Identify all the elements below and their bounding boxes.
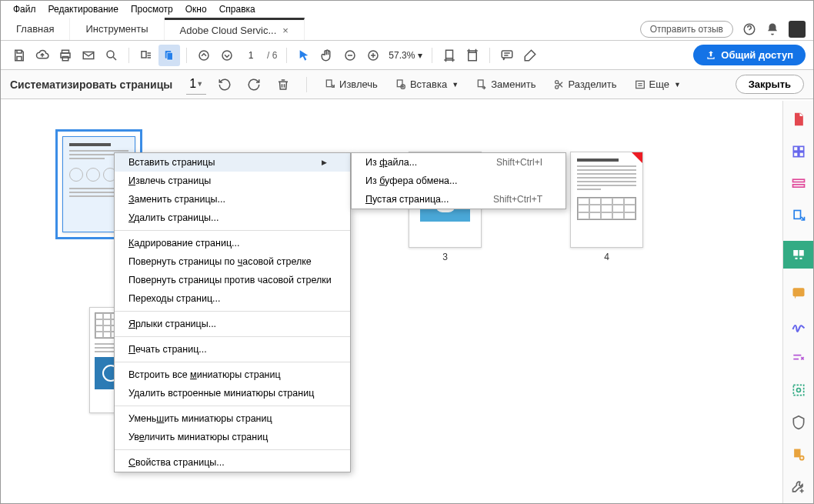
zoom-in-icon[interactable] [362,45,384,66]
ctx-extract-pages[interactable]: Извлечь страницы [115,172,350,190]
highlight-icon[interactable] [519,45,541,66]
menu-file[interactable]: Файл [7,2,42,17]
organize-toolbar: Систематизировать страницы 1 ▼ Извлечь В… [1,70,813,99]
tab-home[interactable]: Главная [1,18,70,40]
combine-icon[interactable] [791,209,806,224]
close-organize-button[interactable]: Закрыть [736,75,804,94]
ctx-delete-pages[interactable]: Удалить страницы... [115,209,350,227]
edit-pdf-icon[interactable] [791,176,806,192]
mail-icon[interactable] [78,45,99,66]
avatar[interactable] [789,21,806,38]
extract-button[interactable]: Извлечь [319,75,382,94]
redact-icon[interactable] [791,350,806,365]
ctx-reduce-thumbs[interactable]: Уменьшить миниатюры страниц [115,409,350,428]
svg-point-10 [222,51,232,60]
split-button[interactable]: Разделить [549,75,622,94]
ctx-crop-pages[interactable]: Кадрирование страниц... [115,234,350,252]
ctx-replace-pages[interactable]: Заменить страницы... [115,190,350,209]
page-down-icon[interactable] [216,45,238,66]
svg-rect-14 [468,52,476,61]
organize-pages-icon[interactable] [783,241,814,269]
fit-page-icon[interactable] [462,45,483,66]
svg-rect-31 [799,250,803,256]
zoom-out-icon[interactable] [339,45,361,66]
ctx-enlarge-thumbs[interactable]: Увеличить миниатюры страниц [115,428,350,446]
print-icon[interactable] [55,45,76,66]
thumbnails-icon[interactable] [158,45,180,66]
svg-point-9 [199,51,209,60]
menu-view[interactable]: Просмотр [125,2,179,17]
svg-rect-34 [792,288,804,296]
chevron-down-icon: ▼ [452,81,459,88]
pointer-icon[interactable] [293,45,315,66]
ctx-insert-from-clipboard[interactable]: Из буфера обмена... [352,172,565,190]
rotate-ccw-icon[interactable] [214,74,235,95]
comment-tool-icon[interactable] [791,285,806,301]
close-icon[interactable]: × [282,25,289,36]
export-pdf-icon[interactable] [791,112,806,127]
hand-icon[interactable] [316,45,338,66]
ctx-print-pages[interactable]: Печать страниц... [115,340,350,359]
shield-icon[interactable] [791,415,806,430]
svg-point-20 [555,80,558,83]
share-button[interactable]: Общий доступ [693,45,806,65]
ctx-rotate-cw[interactable]: Повернуть страницы по часовой стрелке [115,252,350,271]
search-icon[interactable] [101,45,122,66]
page-number-input[interactable] [239,50,262,61]
ctx-unembed-thumbs[interactable]: Удалить встроенные миниатюры страниц [115,384,350,402]
ctx-embed-thumbs[interactable]: Встроить все миниатюры страниц [115,365,350,384]
replace-button[interactable]: Заменить [471,75,540,94]
ctx-insert-from-file[interactable]: Из файла...Shift+Ctrl+I [352,153,565,172]
menu-edit[interactable]: Редактирование [42,2,125,17]
tab-row: Главная Инструменты Adobe Cloud Servic..… [1,18,813,41]
svg-rect-26 [799,152,803,157]
svg-rect-22 [636,81,644,88]
svg-rect-8 [167,52,173,60]
trash-icon[interactable] [272,74,294,95]
pages-icon[interactable] [135,45,157,66]
thumbnail-label: 4 [571,252,642,262]
ctx-insert-pages[interactable]: Вставить страницы▶ [115,153,350,172]
ctx-insert-blank[interactable]: Пустая страница...Shift+Ctrl+T [352,190,565,209]
svg-rect-15 [502,51,512,58]
menu-help[interactable]: Справка [213,2,262,17]
page-range-dropdown[interactable]: 1 ▼ [186,74,206,95]
thumbnail-page-4[interactable]: 4 [570,152,643,248]
ctx-rotate-ccw[interactable]: Повернуть страницы против часовой стрелк… [115,271,350,289]
menu-window[interactable]: Окно [179,2,213,17]
svg-rect-30 [793,250,798,256]
send-review-button[interactable]: Отправить отзыв [640,21,733,38]
svg-rect-27 [792,179,804,182]
tab-document[interactable]: Adobe Cloud Servic... × [165,18,305,40]
ctx-transitions[interactable]: Переходы страниц... [115,289,350,308]
help-icon[interactable] [742,22,756,36]
ctx-page-props[interactable]: Свойства страницы... [115,453,350,472]
menu-bar: Файл Редактирование Просмотр Окно Справк… [1,1,813,18]
organize-title: Систематизировать страницы [10,78,172,91]
bell-icon[interactable] [766,22,779,36]
svg-point-36 [796,389,800,392]
cloud-upload-icon[interactable] [32,45,53,66]
more-button[interactable]: Еще▼ [629,75,686,94]
rotate-cw-icon[interactable] [243,74,265,95]
fit-width-icon[interactable] [439,45,460,66]
comment-icon[interactable] [496,45,518,66]
chevron-right-icon: ▶ [322,159,327,166]
create-pdf-icon[interactable] [791,144,806,159]
ctx-page-labels[interactable]: Ярлыки страницы... [115,315,350,333]
svg-rect-37 [794,449,800,458]
svg-rect-33 [799,258,802,259]
tab-tools[interactable]: Инструменты [70,18,164,40]
main-toolbar: / 6 57.3% ▾ Общий доступ [1,41,813,70]
protect-icon[interactable] [791,382,806,398]
sign-icon[interactable] [791,318,806,333]
optimize-icon[interactable] [791,447,806,462]
zoom-select[interactable]: 57.3% ▾ [385,50,425,61]
context-submenu-insert: Из файла...Shift+Ctrl+I Из буфера обмена… [351,152,566,209]
tab-document-label: Adobe Cloud Servic... [180,25,277,36]
save-icon[interactable] [8,45,30,66]
insert-button[interactable]: Вставка▼ [390,75,463,94]
more-tools-icon[interactable] [791,479,806,495]
svg-rect-16 [326,80,332,87]
page-up-icon[interactable] [193,45,215,66]
